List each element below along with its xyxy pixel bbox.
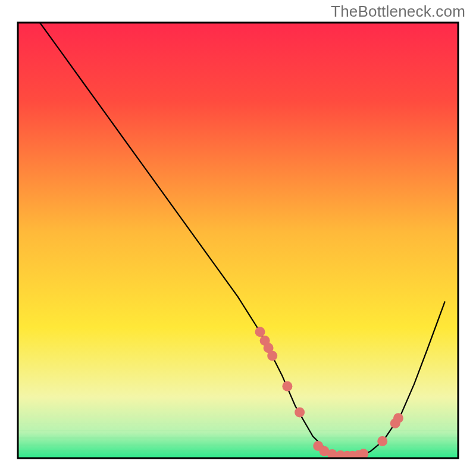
chart-frame: TheBottleneck.com	[0, 0, 476, 476]
marker-dot	[255, 327, 265, 337]
watermark-text: TheBottleneck.com	[331, 2, 465, 21]
marker-dot	[295, 408, 305, 418]
marker-dot	[393, 413, 403, 423]
plot-background	[18, 23, 458, 458]
chart-svg	[0, 0, 476, 476]
marker-dot	[282, 381, 292, 392]
marker-dot	[267, 351, 277, 361]
marker-dot	[377, 436, 387, 446]
